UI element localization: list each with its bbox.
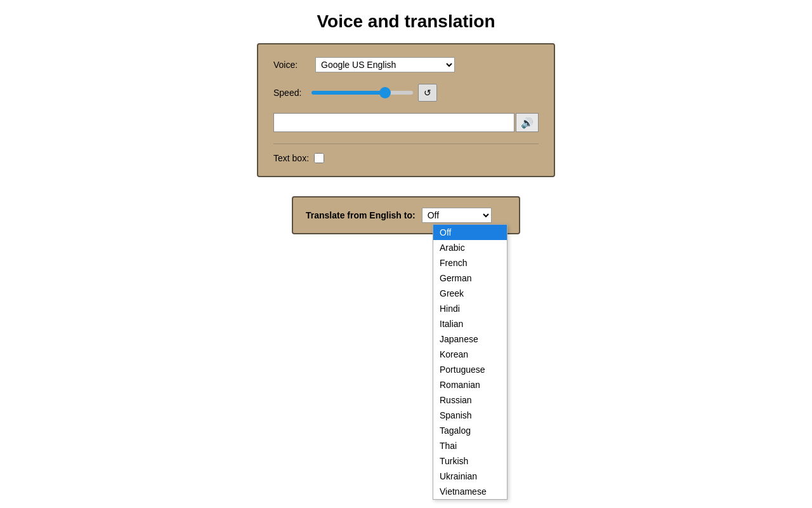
dropdown-item-arabic[interactable]: Arabic	[433, 240, 507, 255]
speed-slider-wrap: ↺	[311, 84, 437, 102]
dropdown-item-turkish[interactable]: Turkish	[433, 453, 507, 469]
dropdown-item-spanish[interactable]: Spanish	[433, 408, 507, 423]
translate-panel: Translate from English to: Off Arabic Fr…	[292, 196, 520, 234]
divider	[273, 144, 539, 144]
tts-play-button[interactable]: 🔊	[516, 113, 539, 132]
textbox-row: Text box:	[273, 153, 539, 163]
translate-row: Translate from English to: Off Arabic Fr…	[306, 208, 506, 223]
voice-select[interactable]: Google US English Google UK English Fema…	[315, 57, 455, 72]
dropdown-item-french[interactable]: French	[433, 255, 507, 271]
speaker-icon: 🔊	[521, 117, 534, 129]
textbox-checkbox[interactable]	[314, 153, 324, 163]
dropdown-item-italian[interactable]: Italian	[433, 316, 507, 331]
textbox-label: Text box:	[273, 153, 309, 163]
dropdown-item-ukrainian[interactable]: Ukrainian	[433, 469, 507, 484]
translate-select[interactable]: Off Arabic French German Greek Hindi Ita…	[422, 208, 492, 223]
dropdown-item-vietnamese[interactable]: Vietnamese	[433, 484, 507, 499]
translate-dropdown-overlay: Off Arabic French German Greek Hindi Ita…	[433, 224, 508, 500]
dropdown-item-russian[interactable]: Russian	[433, 392, 507, 408]
tts-input[interactable]	[273, 113, 514, 132]
speed-reset-button[interactable]: ↺	[418, 84, 437, 102]
dropdown-item-thai[interactable]: Thai	[433, 438, 507, 453]
translate-label: Translate from English to:	[306, 210, 416, 220]
voice-row: Voice: Google US English Google UK Engli…	[273, 57, 539, 72]
dropdown-item-off[interactable]: Off	[433, 225, 507, 240]
page-title: Voice and translation	[0, 0, 812, 43]
voice-label: Voice:	[273, 60, 311, 70]
voice-panel: Voice: Google US English Google UK Engli…	[257, 43, 555, 177]
tts-row: 🔊	[273, 113, 539, 132]
dropdown-item-romanian[interactable]: Romanian	[433, 377, 507, 392]
speed-row: Speed: ↺	[273, 84, 539, 102]
dropdown-item-hindi[interactable]: Hindi	[433, 301, 507, 316]
speed-label: Speed:	[273, 88, 311, 98]
refresh-icon: ↺	[424, 88, 431, 98]
dropdown-item-greek[interactable]: Greek	[433, 286, 507, 301]
speed-slider[interactable]	[311, 91, 413, 95]
dropdown-item-japanese[interactable]: Japanese	[433, 331, 507, 347]
dropdown-item-portuguese[interactable]: Portuguese	[433, 362, 507, 377]
dropdown-item-korean[interactable]: Korean	[433, 347, 507, 362]
dropdown-item-german[interactable]: German	[433, 271, 507, 286]
dropdown-item-tagalog[interactable]: Tagalog	[433, 423, 507, 438]
